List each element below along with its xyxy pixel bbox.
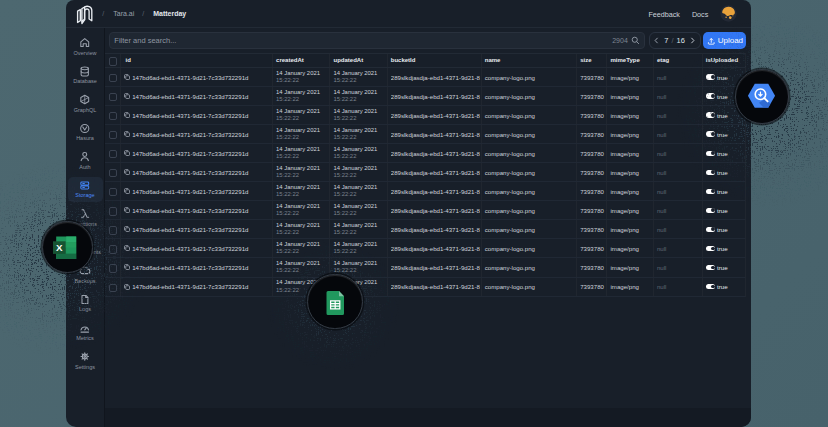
- svg-text:X: X: [57, 242, 64, 253]
